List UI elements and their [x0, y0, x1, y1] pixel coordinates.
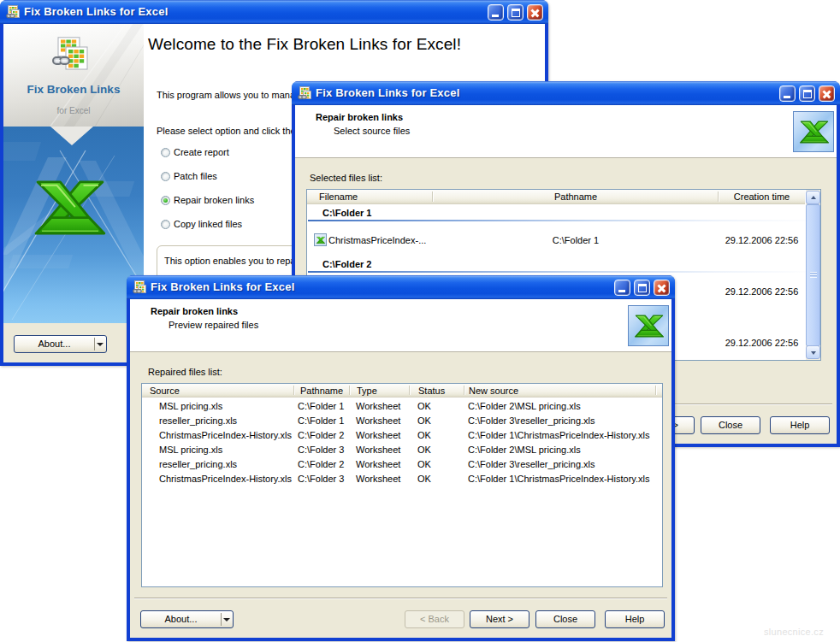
about-dropdown-icon[interactable]: [97, 343, 104, 346]
step-header: Repair broken links Select source files: [295, 105, 837, 158]
about-divider: [221, 613, 222, 626]
cell-type: Worksheet: [356, 401, 400, 411]
next-button[interactable]: Next >: [470, 610, 529, 628]
cell-pathname: C:\Folder 3: [298, 445, 344, 455]
col-status[interactable]: Status: [418, 386, 445, 396]
help-button[interactable]: Help: [605, 610, 665, 628]
list-label: Repaired files list:: [148, 367, 222, 377]
minimize-button[interactable]: [614, 280, 630, 296]
app-icon: [298, 86, 311, 100]
radio-repair-broken-links[interactable]: [161, 196, 170, 205]
file-time: 29.12.2006 22:56: [719, 235, 805, 245]
file-row[interactable]: ChristmasPriceIndex-... C:\Folder 1 29.1…: [307, 230, 820, 256]
cell-status: OK: [417, 459, 431, 469]
cell-new-source: C:\Folder 1\ChristmasPriceIndex-History.…: [468, 430, 650, 440]
welcome-heading: Welcome to the Fix Broken Links for Exce…: [148, 35, 461, 54]
about-button-label: About...: [38, 339, 71, 349]
column-separator[interactable]: [718, 191, 719, 202]
sidebar-blue: [3, 127, 144, 323]
close-dialog-button[interactable]: Close: [535, 610, 595, 628]
scroll-up-button[interactable]: [806, 191, 820, 204]
minimize-button[interactable]: [488, 4, 504, 21]
group-label: C:\Folder 2: [322, 259, 371, 269]
radio-copy-linked-files-label[interactable]: Copy linked files: [174, 219, 242, 229]
maximize-button[interactable]: [507, 4, 524, 21]
radio-patch-files[interactable]: [161, 172, 170, 181]
about-button-label: About...: [165, 614, 198, 624]
desktop: Fix Broken Links for Excel Fix Broken Li…: [0, 0, 840, 642]
about-divider: [94, 338, 95, 350]
maximize-button[interactable]: [634, 280, 650, 296]
column-separator[interactable]: [293, 386, 294, 395]
radio-copy-linked-files[interactable]: [161, 220, 170, 229]
group-label: C:\Folder 1: [322, 208, 371, 218]
repaired-files-table[interactable]: Source Pathname Type Status New source M…: [141, 383, 663, 587]
col-creation-time[interactable]: Creation time: [719, 191, 805, 202]
col-pathname[interactable]: Pathname: [300, 386, 343, 396]
cell-source: reseller_pricing.xls: [159, 459, 237, 469]
cell-pathname: C:\Folder 2: [298, 430, 344, 440]
cell-pathname: C:\Folder 1: [298, 415, 344, 426]
excel-x-logo-icon: [632, 311, 666, 341]
step-subtitle: Select source files: [334, 126, 410, 136]
about-button[interactable]: About...: [14, 335, 107, 353]
column-separator[interactable]: [432, 191, 433, 202]
brand-logo-icon: [52, 37, 90, 73]
titlebar[interactable]: Fix Broken Links for Excel: [292, 81, 840, 105]
cell-pathname: C:\Folder 2: [298, 459, 344, 469]
col-type[interactable]: Type: [357, 386, 377, 396]
titlebar[interactable]: Fix Broken Links for Excel: [127, 275, 675, 299]
file-time: 29.12.2006 22:56: [719, 286, 805, 297]
window-preview-repaired: Fix Broken Links for Excel Repair broken…: [127, 275, 675, 641]
intro-text: This program allows you to manage: [157, 90, 305, 100]
cell-source: reseller_pricing.xls: [159, 415, 237, 426]
watermark: slunecnice.cz: [764, 627, 824, 637]
file-time: 29.12.2006 22:56: [719, 338, 805, 348]
excel-file-icon: [314, 233, 327, 246]
close-button[interactable]: [819, 85, 835, 102]
col-filename[interactable]: Filename: [319, 191, 358, 202]
window-title: Fix Broken Links for Excel: [24, 5, 168, 18]
help-button[interactable]: Help: [770, 416, 830, 434]
table-header[interactable]: Source Pathname Type Status New source: [142, 384, 662, 398]
titlebar[interactable]: Fix Broken Links for Excel: [0, 0, 548, 24]
column-separator[interactable]: [655, 386, 656, 395]
radio-create-report-label[interactable]: Create report: [174, 147, 229, 157]
column-separator[interactable]: [464, 386, 464, 395]
radio-patch-files-label[interactable]: Patch files: [174, 171, 217, 181]
sidebar-notch: [50, 127, 93, 145]
about-button[interactable]: About...: [140, 610, 234, 628]
close-button[interactable]: [527, 4, 543, 21]
option-info-text: This option enables you to repair: [164, 256, 301, 266]
excel-logo-box: [793, 111, 834, 152]
maximize-button[interactable]: [799, 85, 815, 102]
back-button[interactable]: < Back: [405, 610, 464, 628]
table-header[interactable]: Filename Pathname Creation time: [307, 190, 805, 204]
group-underline: [308, 220, 819, 221]
radio-create-report[interactable]: [161, 148, 170, 157]
cell-type: Worksheet: [356, 445, 400, 455]
brand-subtitle: for Excel: [3, 106, 144, 115]
radio-repair-broken-links-label[interactable]: Repair broken links: [174, 195, 254, 205]
scroll-down-button[interactable]: [806, 345, 820, 359]
close-dialog-button[interactable]: Close: [701, 416, 760, 434]
col-source[interactable]: Source: [150, 386, 180, 396]
window-title: Fix Broken Links for Excel: [316, 86, 459, 99]
file-path: C:\Folder 1: [433, 235, 719, 245]
cell-source: ChristmasPriceIndex-History.xls: [159, 474, 292, 484]
col-pathname[interactable]: Pathname: [433, 191, 719, 202]
sidebar-top: Fix Broken Links for Excel: [3, 24, 144, 127]
vertical-scrollbar[interactable]: [806, 190, 820, 360]
scroll-thumb[interactable]: [806, 204, 820, 346]
close-button[interactable]: [654, 280, 670, 296]
cell-source: MSL pricing.xls: [159, 445, 222, 455]
column-separator[interactable]: [409, 386, 410, 395]
excel-x-logo-icon: [797, 117, 831, 147]
about-dropdown-icon[interactable]: [223, 618, 230, 621]
group-row[interactable]: C:\Folder 1: [307, 204, 820, 230]
group-underline: [308, 271, 819, 273]
cell-source: ChristmasPriceIndex-History.xls: [159, 430, 292, 440]
minimize-button[interactable]: [779, 85, 796, 102]
col-new-source[interactable]: New source: [469, 386, 518, 396]
column-separator[interactable]: [349, 386, 350, 395]
